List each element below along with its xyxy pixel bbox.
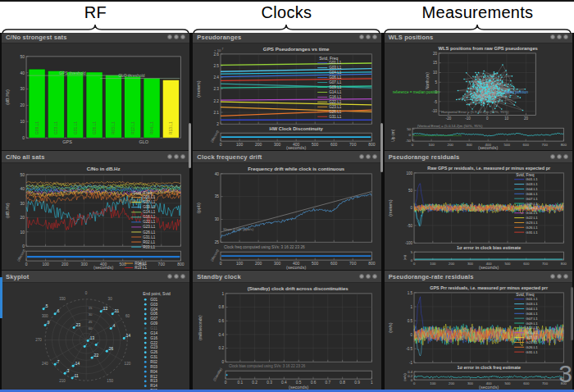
panel-close-button[interactable] <box>180 154 185 159</box>
svg-text:0: 0 <box>413 381 416 385</box>
panel-collapse-button[interactable] <box>167 154 172 159</box>
svg-text:(m): (m) <box>403 254 407 260</box>
scrollbar-thumb-middle[interactable] <box>380 123 383 172</box>
svg-text:60: 60 <box>125 314 130 318</box>
panel-float-button[interactable] <box>557 154 562 159</box>
svg-text:C/No in dB.Hz: C/No in dB.Hz <box>87 166 121 171</box>
svg-text:1σ error in clock bias estimat: 1σ error in clock bias estimate <box>457 245 521 250</box>
skyplot-chart[interactable]: 0306012015021024027030033015304560123165… <box>2 283 189 390</box>
svg-text:1: 1 <box>410 305 412 309</box>
svg-text:End point, Svid: End point, Svid <box>143 291 171 296</box>
panel-close-button[interactable] <box>372 274 377 279</box>
panel-collapse-button[interactable] <box>359 34 364 39</box>
svg-text:200: 200 <box>61 262 69 267</box>
svg-text:0.2: 0.2 <box>408 374 413 378</box>
scrollbar-thumb-left[interactable] <box>189 123 191 168</box>
panel-collapse-button[interactable] <box>167 274 172 279</box>
svg-text:(m/s): (m/s) <box>403 373 407 381</box>
svg-text:G03.L1: G03.L1 <box>526 182 538 186</box>
pr-residuals-chart[interactable]: Raw GPS pr residuals, i.e. measured pr m… <box>385 163 572 270</box>
svg-text:0.6: 0.6 <box>219 319 225 323</box>
cno-all-chart[interactable]: C/No in dB.Hz01020304050(dB.Hz)Svid, Fre… <box>2 163 189 270</box>
svg-text:0.8: 0.8 <box>219 305 225 309</box>
svg-text:3: 3 <box>67 369 70 373</box>
panel-clock-drift-titlebar[interactable]: Clock frequency drift <box>193 151 380 163</box>
svg-text:20: 20 <box>20 103 25 107</box>
svg-text:270: 270 <box>35 338 42 342</box>
prr-residuals-chart[interactable]: GPS Prr residuals, i.e. measured prr min… <box>385 283 572 390</box>
svg-text:10: 10 <box>20 230 25 235</box>
panel-prr-residuals: Pseudorange-rate residuals GPS Prr resid… <box>385 271 572 390</box>
panel-float-button[interactable] <box>557 34 562 39</box>
svg-text:0: 0 <box>411 143 413 147</box>
panel-collapse-button[interactable] <box>359 274 364 279</box>
svg-text:1: 1 <box>371 381 373 385</box>
svg-text:(seconds): (seconds) <box>93 265 113 270</box>
panel-close-button[interactable] <box>372 34 377 39</box>
wls-positions-chart[interactable]: WLS positions from raw GPS pseudoranges-… <box>385 43 572 150</box>
panel-close-button[interactable] <box>563 154 568 159</box>
panel-float-button[interactable] <box>174 154 179 159</box>
svg-text:G07.L1: G07.L1 <box>526 317 538 321</box>
svg-text:G14.L1: G14.L1 <box>526 206 538 210</box>
panel-close-button[interactable] <box>563 274 568 279</box>
svg-text:4: 4 <box>113 324 116 328</box>
panel-title: Standby clock <box>197 273 240 280</box>
panel-float-button[interactable] <box>174 34 179 39</box>
panel-cno-all-titlebar[interactable]: C/No all sats <box>2 151 189 163</box>
svg-text:G14: G14 <box>150 331 157 335</box>
svg-text:× 10: × 10 <box>214 48 221 52</box>
svg-text:G07.L1: G07.L1 <box>330 80 343 84</box>
panel-close-button[interactable] <box>180 274 185 279</box>
panel-close-button[interactable] <box>180 34 185 39</box>
svg-text:GLO: GLO <box>139 139 148 144</box>
pseudoranges-chart[interactable]: GPS Pseudoranges vs time22.12.22.32.42.5… <box>193 43 380 150</box>
panel-float-button[interactable] <box>557 274 562 279</box>
svg-text:GPS threshold: GPS threshold <box>59 71 86 75</box>
panel-close-button[interactable] <box>563 34 568 39</box>
svg-text:300: 300 <box>466 143 472 147</box>
cno-strongest-chart[interactable]: 01020304050G09.L1G23.L1G31.L1G26.L1R03.L… <box>2 43 189 150</box>
svg-text:G14.L1: G14.L1 <box>330 90 343 94</box>
panel-collapse-button[interactable] <box>167 34 172 39</box>
panel-skyplot-titlebar[interactable]: Skyplot <box>2 271 189 283</box>
panel-collapse-button[interactable] <box>359 154 364 159</box>
svg-text:0.4: 0.4 <box>281 381 287 385</box>
svg-text:5: 5 <box>46 304 48 308</box>
svg-text:G04.L1: G04.L1 <box>330 71 343 75</box>
panel-float-button[interactable] <box>366 154 371 159</box>
svg-text:R13: R13 <box>150 379 157 383</box>
panel-float-button[interactable] <box>366 274 371 279</box>
svg-text:Svid, Freq: Svid, Freq <box>133 190 152 195</box>
svg-text:100: 100 <box>430 262 436 266</box>
clock-drift-chart[interactable]: Frequency drift while clock is continuou… <box>193 163 380 270</box>
svg-text:(seconds): (seconds) <box>286 265 306 270</box>
svg-text:0.2: 0.2 <box>219 346 225 350</box>
svg-text:(discont): (discont) <box>210 129 221 143</box>
svg-text:2.2: 2.2 <box>214 99 220 103</box>
panel-collapse-button[interactable] <box>550 154 555 159</box>
svg-text:0: 0 <box>408 133 411 137</box>
svg-text:40: 40 <box>20 71 25 75</box>
svg-text:50: 50 <box>408 189 413 193</box>
panel-close-button[interactable] <box>372 154 377 159</box>
panel-pseudoranges: Pseudoranges GPS Pseudoranges vs time22.… <box>193 31 380 150</box>
svg-text:0: 0 <box>220 142 222 147</box>
panel-standby-clock-titlebar[interactable]: Standby clock <box>193 271 380 283</box>
scrollbar-thumb-right[interactable] <box>571 287 573 340</box>
panel-prr-residuals-titlebar[interactable]: Pseudorange-rate residuals <box>385 271 572 283</box>
svg-text:35: 35 <box>215 194 220 198</box>
standby-clock-chart[interactable]: (Standby) clock drift across discontinui… <box>193 283 380 390</box>
svg-text:G23.L1: G23.L1 <box>143 226 156 230</box>
svg-text:-0.5: -0.5 <box>406 347 412 351</box>
panel-title: Pseudorange residuals <box>389 153 460 161</box>
svg-text:G22: G22 <box>150 341 157 345</box>
svg-text:-10: -10 <box>465 116 471 121</box>
panel-collapse-button[interactable] <box>550 34 555 39</box>
panel-collapse-button[interactable] <box>550 274 555 279</box>
panel-float-button[interactable] <box>366 34 371 39</box>
svg-text:30: 30 <box>20 201 25 206</box>
svg-text:-10: -10 <box>431 109 437 113</box>
panel-pr-residuals-titlebar[interactable]: Pseudorange residuals <box>385 151 572 163</box>
panel-float-button[interactable] <box>174 274 179 279</box>
